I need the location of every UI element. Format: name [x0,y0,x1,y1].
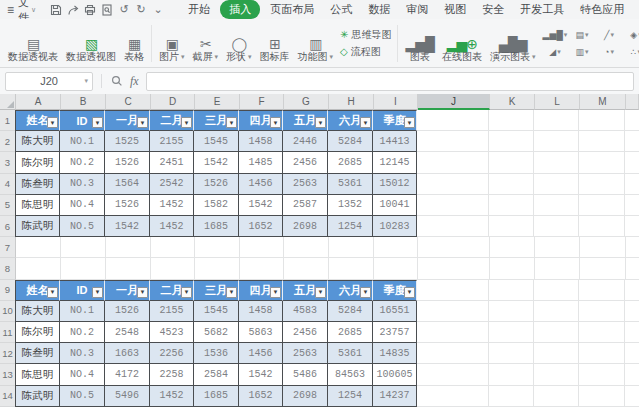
cell[interactable]: 2563 [283,174,328,195]
menu-tab-security[interactable]: 安全 [474,1,512,18]
cell[interactable] [579,322,625,343]
cell[interactable]: 五月▼ [283,110,328,131]
column-header-E[interactable]: E [195,94,240,110]
cell[interactable] [490,258,535,279]
cell[interactable]: 二月▼ [150,110,194,131]
cell[interactable]: 陈叁明 [15,174,60,195]
cell[interactable] [61,258,106,279]
hamburger-menu-icon[interactable]: ≡ [4,3,17,17]
cell[interactable] [579,343,625,364]
cell[interactable]: NO.2 [60,322,105,343]
cell[interactable] [580,237,626,258]
cell[interactable]: 1545 [194,131,239,152]
cell[interactable]: 4583 [283,301,328,322]
cell[interactable] [489,131,534,152]
save-icon[interactable] [48,2,64,17]
cell[interactable] [579,131,625,152]
cell[interactable]: 季度▼ [373,280,417,301]
cell[interactable]: 1542 [239,364,283,385]
column-header-B[interactable]: B [61,94,106,110]
cell[interactable]: 1456 [239,174,283,195]
cell[interactable]: 10041 [373,195,417,216]
cell[interactable]: 1526 [105,195,150,216]
column-header-D[interactable]: D [151,94,195,110]
cell[interactable]: NO.2 [60,152,105,173]
cell[interactable]: 1452 [150,195,194,216]
cell[interactable]: 2698 [283,386,328,407]
column-header-A[interactable]: A [16,94,61,110]
cell[interactable]: 1254 [328,386,373,407]
cell[interactable] [240,237,284,258]
select-all-corner[interactable] [0,94,16,110]
cell[interactable]: 2698 [283,216,328,237]
filter-dropdown-icon[interactable]: ▼ [92,287,103,298]
cell[interactable] [417,301,489,322]
cell[interactable] [489,110,534,131]
cell[interactable]: 1652 [239,386,283,407]
row-header-12[interactable]: 12 [0,343,16,364]
cell[interactable] [61,237,106,258]
cell[interactable]: 1542 [194,152,239,173]
column-header-C[interactable]: C [106,94,151,110]
cell[interactable]: 五月▼ [283,280,328,301]
cell[interactable] [579,110,625,131]
cell[interactable] [489,216,534,237]
pivot-chart-button[interactable]: ▧数据透视图 [62,20,120,67]
cell[interactable] [284,258,329,279]
cell[interactable]: 4172 [105,364,150,385]
cell[interactable]: 陈武明 [15,216,60,237]
cell[interactable]: NO.4 [60,364,105,385]
cell[interactable]: 14835 [373,343,417,364]
cell[interactable]: 六月▼ [328,280,373,301]
cell[interactable]: 12145 [373,152,417,173]
cell[interactable]: 23757 [373,322,417,343]
presentation-chart-button[interactable]: ▄█▆演示图表▾ [486,20,540,67]
menu-tab-page-layout[interactable]: 页面布局 [262,1,322,18]
cell[interactable]: 1456 [239,343,283,364]
cell[interactable] [489,152,534,173]
cell[interactable]: NO.5 [60,216,105,237]
cell[interactable] [534,364,579,385]
cell[interactable]: 六月▼ [328,110,373,131]
cell[interactable]: 一月▼ [105,110,150,131]
cell-name-box[interactable]: J20 ▾ [5,72,93,91]
cell[interactable]: NO.3 [60,174,105,195]
cell[interactable]: 2446 [283,131,328,152]
cell[interactable]: 四月▼ [239,110,283,131]
scatter-chart-button[interactable]: ∴▾ [623,44,639,60]
row-header-2[interactable]: 2 [0,131,16,152]
cell[interactable] [16,258,61,279]
cell[interactable]: 5682 [194,322,239,343]
filter-dropdown-icon[interactable]: ▼ [226,117,237,128]
cell[interactable]: 姓名▼ [15,110,60,131]
row-header-9[interactable]: 9 [0,280,16,301]
cell[interactable]: 5863 [239,322,283,343]
cell[interactable] [579,174,625,195]
filter-dropdown-icon[interactable]: ▼ [47,287,58,298]
cell[interactable] [106,237,151,258]
cell[interactable] [534,110,579,131]
cell[interactable]: 10283 [373,216,417,237]
row-header-3[interactable]: 3 [0,152,16,173]
row-header-7[interactable]: 7 [0,237,16,258]
cell[interactable]: 二月▼ [150,280,194,301]
filter-dropdown-icon[interactable]: ▼ [360,117,371,128]
column-header-M[interactable]: M [580,94,626,110]
cell[interactable]: 5361 [328,343,373,364]
column-header-K[interactable]: K [490,94,535,110]
cell[interactable] [417,364,489,385]
row-header-11[interactable]: 11 [0,322,16,343]
filter-dropdown-icon[interactable]: ▼ [137,117,148,128]
cell[interactable]: NO.5 [60,386,105,407]
cell[interactable]: 15012 [373,174,417,195]
cell[interactable]: 1542 [105,216,150,237]
menu-tab-view[interactable]: 视图 [436,1,474,18]
cell[interactable]: 1452 [150,386,194,407]
mind-map-button[interactable]: ✳思维导图 [340,28,391,42]
cell[interactable] [418,237,490,258]
icon-library-button[interactable]: ⊞图标库 [256,20,294,67]
customize-icon[interactable]: ⌄ [150,2,166,17]
menu-tab-formulas[interactable]: 公式 [322,1,360,18]
cell[interactable]: 1663 [105,343,150,364]
filter-dropdown-icon[interactable]: ▼ [360,287,371,298]
